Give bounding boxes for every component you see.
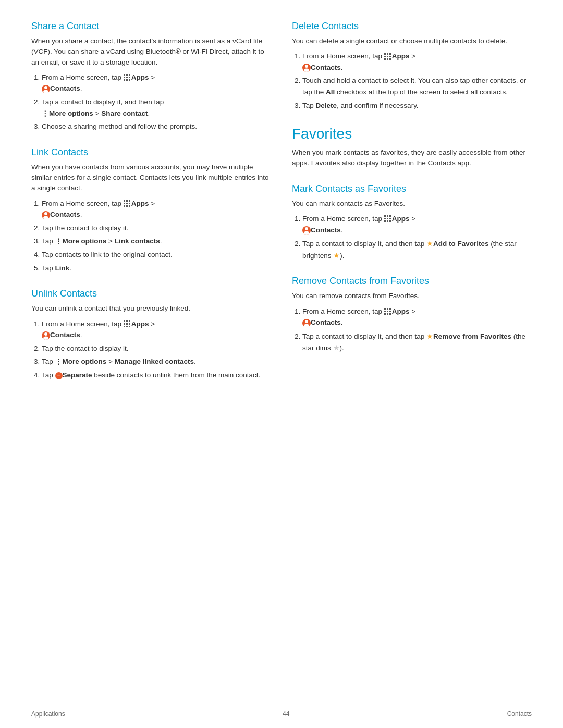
svg-rect-17	[124, 205, 125, 207]
svg-point-10	[43, 90, 48, 93]
unlink-step-3-period: .	[194, 357, 196, 365]
svg-rect-5	[129, 77, 130, 78]
svg-rect-36	[384, 56, 386, 57]
svg-point-31	[44, 332, 47, 336]
svg-rect-58	[384, 311, 386, 312]
svg-rect-61	[384, 313, 386, 315]
link-contacts-intro: When you have contacts from various acco…	[31, 162, 271, 194]
remove-step-2: Tap a contact to display it, and then ta…	[302, 330, 532, 354]
contacts-person-icon-share-1	[42, 85, 50, 93]
svg-rect-63	[389, 313, 391, 315]
mark-favorites-intro: You can mark contacts as Favorites.	[292, 199, 532, 209]
delete-contacts-steps: From a Home screen, tap	[302, 51, 532, 111]
favorites-intro: When you mark contacts as favorites, the…	[292, 147, 532, 169]
star-dim-icon-remove: ★	[333, 343, 340, 352]
footer-page-number: 44	[65, 710, 507, 718]
share-step-3: Choose a sharing method and follow the p…	[42, 121, 271, 132]
svg-rect-6	[124, 79, 125, 81]
remove-favorites-steps: From a Home screen, tap	[302, 306, 532, 354]
delete-step-3: Tap Delete, and confirm if necessary.	[302, 100, 532, 112]
right-column: Delete Contacts You can delete a single …	[292, 21, 532, 396]
contacts-person-icon-unlink-1	[42, 331, 50, 340]
svg-rect-26	[126, 323, 128, 325]
apps-grid-icon-remove-1	[384, 307, 391, 315]
share-step-2-action: Share contact	[101, 109, 148, 117]
svg-rect-13	[129, 200, 130, 202]
svg-rect-23	[126, 320, 128, 322]
svg-rect-14	[124, 203, 125, 204]
svg-rect-12	[126, 200, 128, 202]
unlink-contacts-title: Unlink Contacts	[31, 288, 271, 299]
unlink-step-4-action: Separate	[63, 371, 92, 379]
svg-rect-27	[129, 323, 130, 325]
delete-step-3-before: Tap	[302, 102, 316, 109]
mark-favorites-steps: From a Home screen, tap	[302, 213, 532, 261]
link-contacts-title: Link Contacts	[31, 147, 271, 158]
unlink-step-3-gt: >	[106, 357, 114, 365]
contacts-person-icon-mark-1	[302, 226, 311, 235]
link-step-3-before: Tap	[42, 237, 55, 245]
unlink-step-1-contacts: Contacts	[50, 331, 80, 339]
share-step-2-before: Tap a contact to display it, and then ta…	[42, 98, 164, 106]
delete-contacts-section: Delete Contacts You can delete a single …	[292, 21, 532, 111]
remove-step-1-apps: Apps	[392, 307, 410, 315]
mark-step-2-before: Tap a contact to display it, and then ta…	[302, 240, 426, 248]
delete-step-3-action: Delete	[316, 102, 337, 109]
unlink-step-2-text: Tap the contact to display it.	[42, 344, 129, 352]
delete-step-2-after: checkbox at the top of the screen to sel…	[335, 88, 508, 96]
svg-point-32	[43, 336, 48, 340]
apps-grid-icon-delete-1	[384, 53, 391, 60]
svg-rect-46	[389, 215, 391, 217]
delete-step-1-contacts: Contacts	[311, 64, 341, 71]
unlink-step-3-more: More options	[63, 357, 107, 365]
remove-step-2-end: ).	[340, 344, 344, 352]
svg-rect-60	[389, 311, 391, 312]
share-step-2: Tap a contact to display it, and then ta…	[42, 96, 271, 119]
share-step-3-text: Choose a sharing method and follow the p…	[42, 122, 197, 130]
share-contact-intro: When you share a contact, the contact's …	[31, 36, 271, 68]
mark-step-2-end: ).	[340, 252, 344, 260]
svg-rect-47	[384, 218, 386, 219]
remove-step-1-period: .	[341, 318, 343, 326]
mark-step-1-contacts: Contacts	[311, 226, 341, 234]
unlink-step-1: From a Home screen, tap	[42, 318, 271, 341]
svg-rect-39	[384, 58, 386, 60]
apps-grid-icon-mark-1	[384, 215, 391, 222]
unlink-step-1-apps: Apps	[131, 320, 149, 328]
remove-favorites-title: Remove Contacts from Favorites	[292, 276, 532, 287]
favorites-section: Favorites When you mark contacts as favo…	[292, 126, 532, 169]
minus-icon-unlink: −	[55, 372, 63, 379]
unlink-step-4: Tap −Separate beside contacts to unlink …	[42, 369, 271, 381]
star-gold-icon-mark-end: ★	[333, 251, 340, 260]
svg-point-43	[304, 69, 309, 72]
svg-rect-25	[124, 323, 125, 325]
remove-favorites-intro: You can remove contacts from Favorites.	[292, 291, 532, 301]
mark-step-1-period: .	[341, 226, 343, 234]
mark-favorites-title: Mark Contacts as Favorites	[292, 183, 532, 194]
svg-rect-4	[126, 77, 128, 78]
mark-step-2-action: Add to Favorites	[433, 240, 489, 248]
link-step-5: Tap Link.	[42, 263, 271, 274]
svg-rect-33	[384, 53, 386, 55]
svg-rect-56	[387, 308, 388, 310]
link-contacts-section: Link Contacts When you have contacts fro…	[31, 147, 271, 274]
svg-rect-50	[384, 220, 386, 222]
apps-grid-icon-link-1	[124, 200, 131, 207]
link-step-4-text: Tap contacts to link to the original con…	[42, 251, 173, 258]
svg-rect-2	[129, 74, 130, 76]
mark-favorites-section: Mark Contacts as Favorites You can mark …	[292, 183, 532, 262]
delete-contacts-intro: You can delete a single contact or choos…	[292, 36, 532, 46]
link-step-3-more: More options	[63, 237, 107, 245]
unlink-step-1-gt: >	[149, 320, 155, 328]
svg-rect-51	[387, 220, 388, 222]
svg-point-20	[44, 212, 47, 215]
link-step-3-action: Link contacts	[115, 237, 160, 245]
svg-rect-38	[389, 56, 391, 57]
more-options-icon-link: ⋮	[55, 236, 63, 247]
delete-contacts-title: Delete Contacts	[292, 21, 532, 32]
share-step-1-text-before: From a Home screen, tap	[42, 73, 124, 81]
unlink-step-3: Tap ⋮More options > Manage linked contac…	[42, 356, 271, 367]
link-step-2-text: Tap the contact to display it.	[42, 224, 129, 232]
unlink-contacts-intro: You can unlink a contact that you previo…	[31, 303, 271, 314]
svg-rect-35	[389, 53, 391, 55]
